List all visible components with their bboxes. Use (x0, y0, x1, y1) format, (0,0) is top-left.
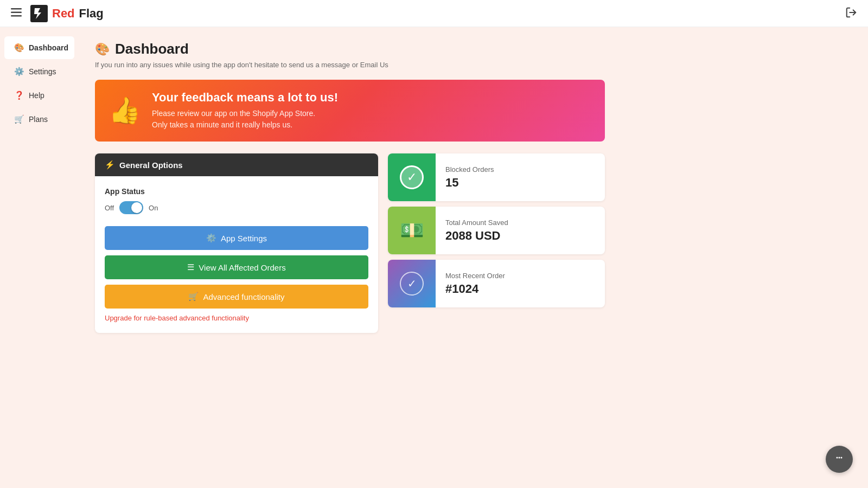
dashboard-icon: 🎨 (14, 43, 24, 53)
chat-bubble-button[interactable] (826, 446, 853, 473)
logo-icon (30, 5, 48, 22)
feedback-line1: Please review our app on the Shopify App… (152, 108, 338, 119)
toggle-row: Off On (105, 201, 368, 214)
svg-rect-1 (11, 12, 22, 14)
blocked-orders-value: 15 (445, 176, 494, 190)
svg-rect-0 (11, 8, 22, 10)
total-saved-card: 💵 Total Amount Saved 2088 USD (388, 207, 605, 254)
options-card-header: ⚡ General Options (95, 153, 378, 176)
app-settings-label: App Settings (221, 234, 267, 243)
general-options-card: ⚡ General Options App Status Off On ⚙️ (95, 153, 378, 333)
help-icon: ❓ (14, 91, 24, 100)
recent-order-label: Most Recent Order (445, 272, 505, 280)
svg-point-5 (837, 457, 838, 459)
toggle-knob (131, 202, 142, 213)
logout-icon (845, 7, 857, 18)
sidebar-item-help[interactable]: ❓ Help (4, 84, 74, 107)
recent-order-icon-box: ✓ (388, 260, 436, 307)
list-icon: ☰ (187, 262, 194, 272)
hamburger-menu-icon[interactable] (11, 7, 22, 20)
check-icon: ✓ (400, 165, 424, 189)
app-status-toggle[interactable] (119, 201, 143, 214)
total-saved-value: 2088 USD (445, 229, 508, 243)
total-saved-content: Total Amount Saved 2088 USD (436, 212, 518, 249)
chat-icon (833, 451, 846, 467)
toggle-off-label: Off (105, 204, 114, 212)
upgrade-link-text: Upgrade for rule-based advanced function… (105, 314, 249, 322)
thumbs-up-icon: 👍 (108, 95, 141, 126)
svg-rect-2 (11, 15, 22, 17)
page-header-icon: 🎨 (95, 42, 110, 56)
options-card-title: General Options (119, 160, 183, 170)
page-subtitle: If you run into any issues while using t… (95, 61, 605, 69)
money-icon: 💵 (400, 219, 424, 242)
advanced-functionality-button[interactable]: 🛒 Advanced functionality (105, 285, 368, 309)
blocked-orders-label: Blocked Orders (445, 165, 494, 174)
sidebar-item-plans[interactable]: 🛒 Plans (4, 108, 74, 131)
bottom-area: ⚡ General Options App Status Off On ⚙️ (95, 153, 605, 333)
brand-logo: RedFlag (30, 5, 104, 22)
blocked-orders-icon-box: ✓ (388, 153, 436, 201)
feedback-banner[interactable]: 👍 Your feedback means a lot to us! Pleas… (95, 80, 605, 142)
recent-order-value: #1024 (445, 282, 505, 296)
sidebar-label-plans: Plans (29, 115, 48, 124)
sidebar: 🎨 Dashboard ⚙️ Settings ❓ Help 🛒 Plans (0, 27, 79, 488)
sidebar-label-help: Help (29, 91, 44, 100)
power-icon: ⚡ (105, 160, 115, 170)
plans-icon: 🛒 (14, 114, 24, 124)
recent-order-check-icon: ✓ (400, 272, 424, 296)
sidebar-label-dashboard: Dashboard (29, 43, 68, 52)
cart-icon: 🛒 (188, 292, 199, 301)
svg-point-7 (841, 457, 843, 459)
blocked-orders-content: Blocked Orders 15 (436, 159, 504, 196)
brand-name-flag: Flag (79, 7, 104, 21)
page-header: 🎨 Dashboard (95, 41, 605, 57)
view-orders-button[interactable]: ☰ View All Affected Orders (105, 255, 368, 279)
svg-point-6 (839, 457, 840, 459)
recent-order-card: ✓ Most Recent Order #1024 (388, 260, 605, 307)
page-layout: 🎨 Dashboard ⚙️ Settings ❓ Help 🛒 Plans 🎨… (0, 0, 868, 488)
stats-column: ✓ Blocked Orders 15 💵 Total Amount Saved… (388, 153, 605, 307)
brand-name-red: Red (52, 7, 75, 21)
advanced-functionality-label: Advanced functionality (203, 292, 284, 301)
toggle-on-label: On (149, 204, 158, 212)
main-content: 🎨 Dashboard If you run into any issues w… (79, 27, 621, 488)
app-settings-icon: ⚙️ (206, 233, 216, 243)
total-saved-icon-box: 💵 (388, 207, 436, 254)
recent-order-content: Most Recent Order #1024 (436, 265, 515, 303)
sidebar-item-settings[interactable]: ⚙️ Settings (4, 60, 74, 83)
view-orders-label: View All Affected Orders (199, 263, 285, 272)
blocked-orders-card: ✓ Blocked Orders 15 (388, 153, 605, 201)
feedback-line2: Only takes a minute and it really helps … (152, 119, 338, 131)
navbar: RedFlag (0, 0, 868, 27)
total-saved-label: Total Amount Saved (445, 219, 508, 227)
logout-button[interactable] (845, 7, 857, 21)
feedback-heading: Your feedback means a lot to us! (152, 91, 338, 105)
options-card-body: App Status Off On ⚙️ App Settings ☰ (95, 176, 378, 333)
sidebar-item-dashboard[interactable]: 🎨 Dashboard (4, 36, 74, 59)
upgrade-link[interactable]: Upgrade for rule-based advanced function… (105, 314, 368, 322)
app-settings-button[interactable]: ⚙️ App Settings (105, 226, 368, 250)
sidebar-label-settings: Settings (29, 67, 56, 76)
app-status-label: App Status (105, 187, 368, 196)
feedback-text: Your feedback means a lot to us! Please … (152, 91, 338, 131)
settings-icon: ⚙️ (14, 67, 24, 76)
page-title: Dashboard (115, 41, 189, 57)
